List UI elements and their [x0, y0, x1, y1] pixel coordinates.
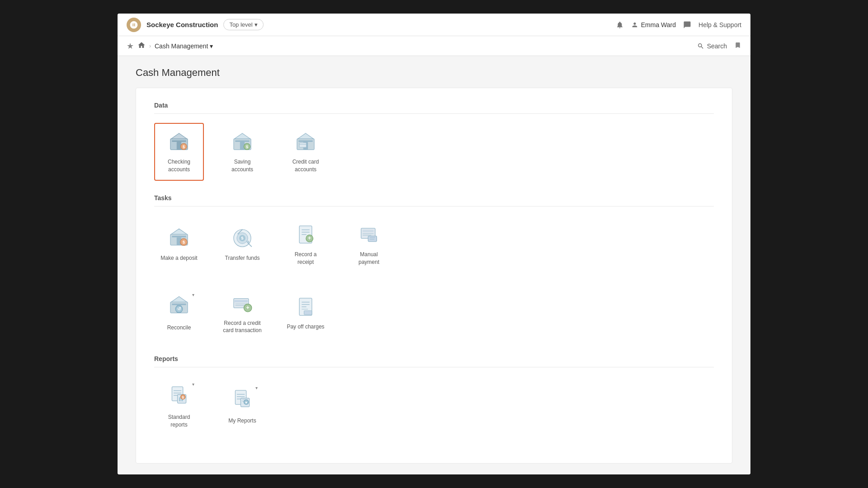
standard-reports-label: Standard reports — [160, 413, 198, 429]
saving-accounts-label: Saving accounts — [223, 158, 262, 174]
transfer-funds-icon: $ — [231, 226, 254, 250]
saving-accounts-card[interactable]: $ Saving accounts — [217, 123, 267, 181]
transfer-funds-card[interactable]: $ Transfer funds — [217, 216, 267, 273]
svg-rect-35 — [363, 230, 373, 232]
svg-text:●: ● — [245, 401, 247, 405]
favorite-icon[interactable]: ★ — [127, 41, 134, 51]
data-section-items: $ Checking accounts $ — [154, 123, 714, 181]
tasks-section: Tasks $ Make a deposit — [154, 194, 714, 342]
pay-off-charges-icon — [294, 295, 317, 319]
company-logo — [127, 18, 141, 32]
svg-marker-8 — [235, 133, 250, 139]
record-receipt-icon: + — [294, 223, 317, 246]
reconcile-icon: ↺ — [167, 294, 191, 318]
home-icon[interactable] — [137, 41, 146, 51]
my-reports-icon: ● — [231, 387, 254, 411]
checking-accounts-icon: $ — [167, 130, 191, 154]
credit-card-accounts-icon — [294, 130, 317, 154]
credit-card-accounts-label: Credit card accounts — [286, 158, 325, 174]
record-credit-card-icon: + — [231, 291, 254, 315]
top-nav-left: Sockeye Construction Top level ▾ — [127, 18, 264, 32]
data-section-label: Data — [154, 102, 714, 114]
svg-marker-2 — [171, 133, 187, 139]
breadcrumb-right: Search — [697, 42, 741, 51]
standard-reports-card[interactable]: $ Standard reports — [154, 376, 204, 436]
page-content: Cash Management Data $ — [118, 56, 750, 474]
svg-marker-20 — [171, 229, 187, 234]
standard-reports-icon: $ — [167, 384, 191, 407]
pay-off-charges-card[interactable]: Pay off charges — [281, 284, 330, 342]
breadcrumb-left: ★ › Cash Management ▾ — [127, 41, 213, 51]
credit-card-accounts-card[interactable]: Credit card accounts — [281, 123, 330, 181]
svg-text:+: + — [308, 235, 311, 241]
reports-section: Reports — [154, 355, 714, 436]
svg-text:+: + — [246, 304, 250, 310]
breadcrumb-bar: ★ › Cash Management ▾ Search — [118, 36, 750, 56]
my-reports-label: My Reports — [228, 417, 256, 425]
svg-text:$: $ — [246, 145, 248, 149]
standard-reports-dropdown: $ — [167, 384, 191, 409]
svg-marker-14 — [298, 133, 314, 139]
svg-rect-16 — [299, 143, 307, 147]
tasks-row1: $ Make a deposit $ — [154, 216, 714, 273]
make-deposit-label: Make a deposit — [160, 254, 197, 262]
manual-payment-icon — [357, 223, 381, 246]
notifications-button[interactable] — [616, 21, 624, 29]
reconcile-dropdown: ↺ — [167, 294, 191, 319]
checking-accounts-card[interactable]: $ Checking accounts — [154, 123, 204, 181]
make-deposit-icon: $ — [167, 226, 191, 250]
svg-text:$: $ — [183, 239, 185, 244]
search-button[interactable]: Search — [697, 42, 727, 50]
user-menu-button[interactable]: Emma Ward — [631, 21, 676, 28]
svg-rect-13 — [298, 141, 312, 142]
svg-rect-42 — [172, 304, 186, 305]
main-card: Data $ Checking accounts — [136, 88, 732, 463]
user-name: Emma Ward — [641, 21, 676, 28]
breadcrumb-separator: › — [149, 43, 151, 49]
top-nav-right: Emma Ward Help & Support — [616, 21, 741, 29]
svg-marker-43 — [171, 296, 187, 302]
svg-text:↺: ↺ — [177, 306, 181, 311]
svg-rect-48 — [235, 300, 248, 302]
pay-off-charges-label: Pay off charges — [287, 323, 324, 331]
tasks-row2: ↺ Reconcile + — [154, 284, 714, 342]
svg-text:$: $ — [241, 236, 244, 241]
reconcile-card[interactable]: ↺ Reconcile — [154, 284, 204, 342]
svg-text:$: $ — [183, 145, 185, 149]
breadcrumb-current: Cash Management ▾ — [155, 42, 213, 50]
data-section: Data $ Checking accounts — [154, 102, 714, 181]
level-selector[interactable]: Top level ▾ — [223, 19, 263, 30]
my-reports-dropdown: ● — [231, 387, 254, 413]
svg-rect-1 — [172, 141, 186, 142]
reports-section-items: $ Standard reports — [154, 376, 714, 436]
company-name: Sockeye Construction — [146, 21, 218, 28]
reconcile-label: Reconcile — [167, 324, 191, 332]
tasks-section-label: Tasks — [154, 194, 714, 206]
make-deposit-card[interactable]: $ Make a deposit — [154, 216, 204, 273]
record-receipt-card[interactable]: + Record a receipt — [281, 216, 330, 273]
top-nav: Sockeye Construction Top level ▾ Emma Wa… — [118, 14, 750, 36]
saving-accounts-icon: $ — [231, 130, 254, 154]
manual-payment-card[interactable]: Manual payment — [344, 216, 394, 273]
svg-rect-7 — [235, 141, 249, 142]
record-credit-card-label: Record a credit card transaction — [223, 319, 262, 335]
bookmark-icon[interactable] — [734, 42, 741, 51]
svg-rect-64 — [179, 397, 180, 401]
record-receipt-label: Record a receipt — [286, 251, 325, 266]
chat-button[interactable] — [683, 21, 691, 29]
svg-rect-58 — [304, 311, 312, 315]
help-support-link[interactable]: Help & Support — [698, 21, 741, 28]
transfer-funds-label: Transfer funds — [225, 254, 260, 262]
page-title: Cash Management — [136, 67, 732, 79]
svg-rect-19 — [172, 236, 186, 237]
svg-text:$: $ — [182, 395, 184, 399]
reports-section-label: Reports — [154, 355, 714, 367]
app-window: Sockeye Construction Top level ▾ Emma Wa… — [118, 14, 750, 474]
manual-payment-label: Manual payment — [349, 251, 388, 266]
my-reports-card[interactable]: ● My Reports — [217, 376, 267, 436]
svg-rect-38 — [368, 236, 377, 241]
checking-accounts-label: Checking accounts — [160, 158, 198, 174]
record-credit-card-card[interactable]: + Record a credit card transaction — [217, 284, 267, 342]
